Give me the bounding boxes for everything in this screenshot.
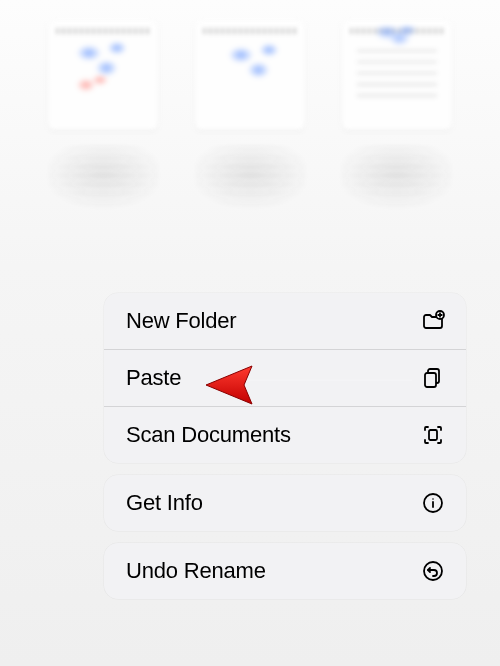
menu-item-label: New Folder xyxy=(126,308,236,334)
scan-documents-menu-item[interactable]: Scan Documents xyxy=(104,407,466,463)
menu-group: New Folder Paste Scan Documents xyxy=(104,293,466,463)
file-grid xyxy=(0,0,500,222)
document-thumbnail xyxy=(195,20,305,130)
menu-group: Get Info xyxy=(104,475,466,531)
svg-point-7 xyxy=(424,562,442,580)
file-label-blurred xyxy=(339,142,454,222)
svg-point-6 xyxy=(432,498,434,500)
menu-item-label: Get Info xyxy=(126,490,203,516)
undo-icon xyxy=(420,558,446,584)
document-thumbnail xyxy=(48,20,158,130)
folder-plus-icon xyxy=(420,308,446,334)
clipboard-icon xyxy=(420,365,446,391)
context-menu: New Folder Paste Scan Documents xyxy=(104,293,466,611)
file-label-blurred xyxy=(46,142,161,222)
new-folder-menu-item[interactable]: New Folder xyxy=(104,293,466,350)
menu-group: Undo Rename xyxy=(104,543,466,599)
file-item xyxy=(187,20,314,222)
svg-rect-2 xyxy=(425,373,436,387)
document-thumbnail xyxy=(342,20,452,130)
paste-menu-item[interactable]: Paste xyxy=(104,350,466,407)
file-label-blurred xyxy=(193,142,308,222)
menu-item-label: Paste xyxy=(126,365,181,391)
file-item xyxy=(333,20,460,222)
menu-item-label: Undo Rename xyxy=(126,558,266,584)
undo-rename-menu-item[interactable]: Undo Rename xyxy=(104,543,466,599)
info-icon xyxy=(420,490,446,516)
file-item xyxy=(40,20,167,222)
get-info-menu-item[interactable]: Get Info xyxy=(104,475,466,531)
svg-rect-3 xyxy=(429,430,437,440)
scan-icon xyxy=(420,422,446,448)
menu-item-label: Scan Documents xyxy=(126,422,291,448)
